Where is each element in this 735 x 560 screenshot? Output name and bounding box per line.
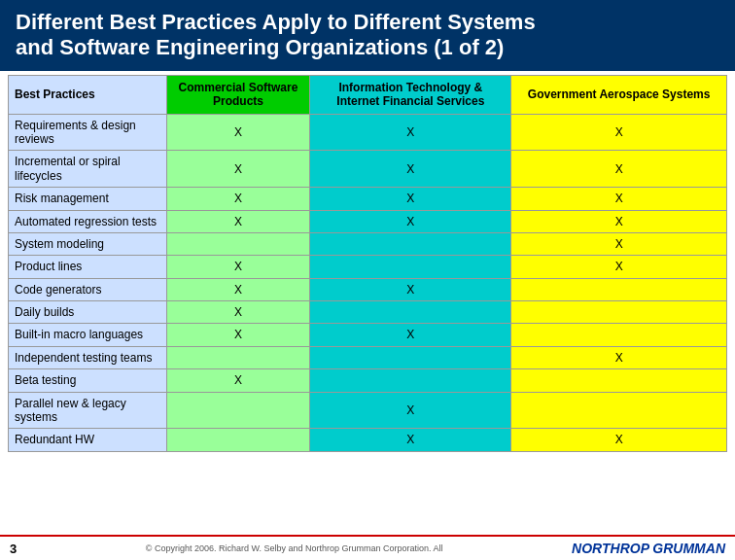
table-row: Built-in macro languagesXX — [9, 324, 727, 346]
header-line2: and Software Engineering Organizations (… — [16, 35, 504, 59]
header-line1: Different Best Practices Apply to Differ… — [16, 10, 536, 34]
col-header-gov: Government Aerospace Systems — [511, 75, 727, 114]
cell-gov: X — [511, 188, 727, 210]
cell-gov: X — [511, 256, 727, 278]
col-header-it: Information Technology & Internet Financ… — [310, 75, 511, 114]
cell-it: X — [310, 114, 511, 151]
cell-commercial — [166, 232, 310, 255]
cell-gov — [511, 392, 727, 429]
cell-commercial: X — [166, 324, 310, 346]
cell-commercial: X — [166, 188, 310, 210]
cell-it — [310, 369, 511, 392]
cell-practice: Requirements & design reviews — [9, 114, 167, 151]
cell-gov: X — [511, 232, 727, 255]
cell-gov: X — [511, 346, 727, 368]
cell-it — [310, 301, 511, 324]
table-row: Requirements & design reviewsXXX — [9, 114, 727, 151]
cell-gov: X — [511, 210, 727, 232]
cell-it — [310, 256, 511, 278]
cell-gov — [511, 278, 727, 300]
company-logo: NORTHROP GRUMMAN — [572, 541, 725, 556]
table-row: Redundant HWXX — [9, 429, 727, 451]
copyright-text: © Copyright 2006. Richard W. Selby and N… — [146, 543, 443, 553]
table-row: Parallel new & legacy systemsX — [9, 392, 727, 429]
practices-table: Best Practices Commercial Software Produ… — [8, 75, 727, 452]
cell-it: X — [310, 324, 511, 346]
slide-footer: 3 © Copyright 2006. Richard W. Selby and… — [0, 535, 735, 560]
cell-practice: Incremental or spiral lifecycles — [9, 151, 167, 188]
cell-commercial: X — [166, 151, 310, 188]
table-row: Risk managementXXX — [9, 188, 727, 210]
table-body: Requirements & design reviewsXXXIncremen… — [9, 114, 727, 451]
cell-practice: Risk management — [9, 188, 167, 210]
table-row: System modelingX — [9, 232, 727, 255]
cell-practice: Parallel new & legacy systems — [9, 392, 167, 429]
slide: Different Best Practices Apply to Differ… — [0, 0, 735, 560]
cell-commercial: X — [166, 114, 310, 151]
cell-it: X — [310, 151, 511, 188]
cell-it — [310, 232, 511, 255]
cell-practice: Redundant HW — [9, 429, 167, 451]
slide-header: Different Best Practices Apply to Differ… — [0, 0, 735, 71]
cell-gov — [511, 301, 727, 324]
table-row: Incremental or spiral lifecyclesXXX — [9, 151, 727, 188]
cell-it: X — [310, 429, 511, 451]
col-header-practice: Best Practices — [9, 75, 167, 114]
table-row: Daily buildsX — [9, 301, 727, 324]
cell-gov: X — [511, 429, 727, 451]
cell-practice: Code generators — [9, 278, 167, 300]
cell-practice: System modeling — [9, 232, 167, 255]
cell-gov — [511, 324, 727, 346]
table-row: Product linesXX — [9, 256, 727, 278]
table-header-row: Best Practices Commercial Software Produ… — [9, 75, 727, 114]
cell-practice: Automated regression tests — [9, 210, 167, 232]
cell-commercial: X — [166, 278, 310, 300]
cell-commercial: X — [166, 210, 310, 232]
cell-practice: Product lines — [9, 256, 167, 278]
cell-commercial — [166, 346, 310, 368]
cell-it — [310, 346, 511, 368]
cell-gov: X — [511, 151, 727, 188]
cell-practice: Daily builds — [9, 301, 167, 324]
cell-practice: Built-in macro languages — [9, 324, 167, 346]
cell-gov — [511, 369, 727, 392]
table-container: Best Practices Commercial Software Produ… — [0, 71, 735, 535]
cell-commercial: X — [166, 256, 310, 278]
table-row: Code generatorsXX — [9, 278, 727, 300]
page-number: 3 — [10, 542, 17, 556]
cell-practice: Beta testing — [9, 369, 167, 392]
cell-practice: Independent testing teams — [9, 346, 167, 368]
table-row: Automated regression testsXXX — [9, 210, 727, 232]
cell-it: X — [310, 392, 511, 429]
cell-gov: X — [511, 114, 727, 151]
col-header-commercial: Commercial Software Products — [166, 75, 310, 114]
table-row: Independent testing teamsX — [9, 346, 727, 368]
cell-commercial: X — [166, 301, 310, 324]
cell-commercial: X — [166, 369, 310, 392]
table-row: Beta testingX — [9, 369, 727, 392]
cell-it: X — [310, 210, 511, 232]
cell-commercial — [166, 429, 310, 451]
cell-it: X — [310, 278, 511, 300]
cell-commercial — [166, 392, 310, 429]
cell-it: X — [310, 188, 511, 210]
